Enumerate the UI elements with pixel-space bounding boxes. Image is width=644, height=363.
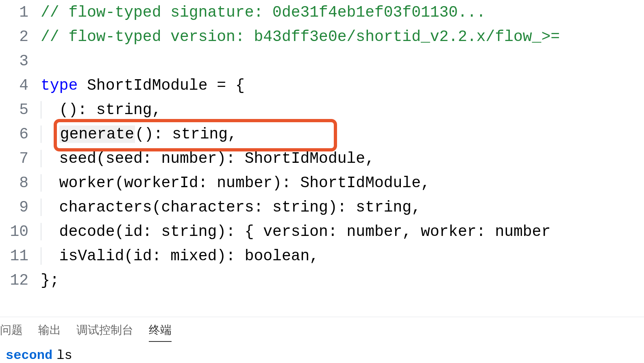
code-editor[interactable]: 1// flow-typed signature: 0de31f4eb1ef03… <box>0 0 644 317</box>
line-number: 1 <box>0 4 41 21</box>
code-token: (): string, <box>41 101 161 119</box>
line-number: 10 <box>0 223 41 240</box>
indent-guide <box>41 223 41 240</box>
code-line[interactable]: 7 seed(seed: number): ShortIdModule, <box>0 146 644 171</box>
line-content[interactable]: type ShortIdModule = { <box>41 77 644 94</box>
code-token: ShortIdModule = { <box>78 77 244 94</box>
line-number: 5 <box>0 101 41 119</box>
line-number: 8 <box>0 174 41 192</box>
code-token: worker(workerId: number): ShortIdModule, <box>41 174 430 192</box>
code-token: seed(seed: number): ShortIdModule, <box>41 150 374 167</box>
code-line[interactable]: 6 generate(): string, <box>0 122 644 146</box>
panel-tab[interactable]: 问题 <box>0 317 23 344</box>
code-line[interactable]: 3 <box>0 49 644 73</box>
code-token <box>41 125 59 143</box>
panel-tab[interactable]: 终端 <box>149 317 172 344</box>
code-line[interactable]: 11 isValid(id: mixed): boolean, <box>0 244 644 268</box>
line-content[interactable]: characters(characters: string): string, <box>41 199 644 216</box>
line-content[interactable]: decode(id: string): { version: number, w… <box>41 223 644 240</box>
line-number: 7 <box>0 150 41 167</box>
indent-guide <box>41 199 41 216</box>
line-number: 4 <box>0 77 41 94</box>
terminal-command: ls <box>57 348 72 363</box>
panel-tabs: 问题输出调试控制台终端 <box>0 317 644 343</box>
line-content[interactable]: }; <box>41 272 644 289</box>
line-number: 3 <box>0 52 41 70</box>
line-content[interactable]: isValid(id: mixed): boolean, <box>41 247 644 265</box>
line-content[interactable]: worker(workerId: number): ShortIdModule, <box>41 174 644 192</box>
panel-tab[interactable]: 调试控制台 <box>76 317 133 344</box>
indent-guide <box>41 150 41 167</box>
code-line[interactable]: 10 decode(id: string): { version: number… <box>0 219 644 244</box>
code-line[interactable]: 1// flow-typed signature: 0de31f4eb1ef03… <box>0 0 644 24</box>
line-number: 12 <box>0 272 41 289</box>
indent-guide <box>41 125 41 143</box>
code-token: // flow-typed signature: 0de31f4eb1ef03f… <box>41 4 486 21</box>
code-line[interactable]: 2// flow-typed version: b43dff3e0e/short… <box>0 24 644 49</box>
line-number: 11 <box>0 247 41 265</box>
code-token: isValid(id: mixed): boolean, <box>41 247 319 265</box>
indent-guide <box>41 174 41 192</box>
line-number: 9 <box>0 199 41 216</box>
code-token: (): string, <box>135 125 237 143</box>
line-content[interactable]: seed(seed: number): ShortIdModule, <box>41 150 644 167</box>
line-content[interactable]: generate(): string, <box>41 125 644 143</box>
line-content[interactable]: // flow-typed signature: 0de31f4eb1ef03f… <box>41 4 644 21</box>
indent-guide <box>41 101 41 119</box>
code-line[interactable]: 8 worker(workerId: number): ShortIdModul… <box>0 171 644 195</box>
editor-root: 1// flow-typed signature: 0de31f4eb1ef03… <box>0 0 644 363</box>
code-token: }; <box>41 272 59 289</box>
code-token: // flow-typed version: b43dff3e0e/shorti… <box>41 28 560 45</box>
code-token: characters(characters: string): string, <box>41 199 421 216</box>
code-line[interactable]: 9 characters(characters: string): string… <box>0 195 644 219</box>
terminal-output[interactable]: second ls <box>0 343 644 363</box>
terminal-prompt: second <box>6 348 52 363</box>
code-token: generate <box>59 125 135 143</box>
code-line[interactable]: 4type ShortIdModule = { <box>0 73 644 97</box>
line-content[interactable]: (): string, <box>41 101 644 119</box>
code-token: type <box>41 77 78 94</box>
code-line[interactable]: 12}; <box>0 268 644 292</box>
code-token: decode(id: string): { version: number, w… <box>41 223 550 240</box>
line-content[interactable]: // flow-typed version: b43dff3e0e/shorti… <box>41 28 644 45</box>
line-number: 6 <box>0 125 41 143</box>
code-line[interactable]: 5 (): string, <box>0 97 644 122</box>
bottom-panel: 问题输出调试控制台终端 second ls <box>0 317 644 363</box>
panel-tab[interactable]: 输出 <box>38 317 61 344</box>
indent-guide <box>41 247 41 265</box>
line-number: 2 <box>0 28 41 45</box>
